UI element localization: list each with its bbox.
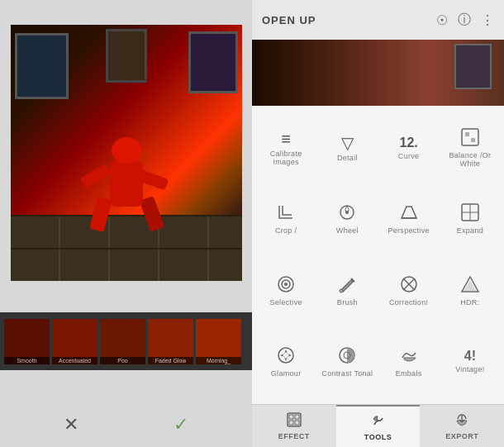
wall-decoration-mid	[106, 29, 147, 83]
tab-effect-label: EFFECT	[278, 432, 310, 440]
tab-effect[interactable]: EFFECT	[252, 405, 336, 447]
hdr-icon	[461, 275, 479, 296]
tools-tab-icon	[371, 413, 386, 431]
wall-decoration	[15, 33, 69, 99]
tool-label: Contrast Tonal	[321, 369, 373, 378]
svg-rect-24	[289, 421, 293, 425]
tool-label: Crop /	[275, 226, 297, 235]
svg-point-12	[340, 289, 343, 292]
action-bar: ✕ ✓	[0, 402, 252, 447]
tool-label: Curve	[398, 152, 420, 160]
tools-grid: ≡ Calibrate Images ▽ Detail 12. Curve Ba…	[252, 106, 504, 404]
svg-rect-0	[462, 129, 478, 145]
vintage-icon: 4!	[464, 350, 476, 363]
tool-label: Correction!	[389, 298, 428, 307]
tab-tools-label: TOOLS	[364, 433, 392, 441]
tool-label: Vintage!	[455, 365, 484, 373]
svg-point-4	[345, 211, 349, 214]
tool-label: HDR:	[460, 298, 479, 307]
more-icon[interactable]: ⋮	[481, 12, 494, 28]
svg-rect-23	[295, 415, 299, 419]
tool-corrections[interactable]: Correction!	[378, 255, 440, 326]
tool-hdr[interactable]: HDR:	[440, 255, 501, 326]
right-preview	[252, 40, 504, 106]
preview-frame	[454, 44, 492, 89]
wifi-icon[interactable]: ☉	[436, 12, 448, 28]
brush-icon	[338, 275, 356, 296]
tab-export-label: EXPORT	[445, 432, 478, 440]
cancel-button[interactable]: ✕	[55, 408, 88, 441]
tool-vintage[interactable]: 4! Vintage!	[440, 326, 501, 397]
tool-contrast-tonal[interactable]: Contrast Tonal	[316, 326, 378, 397]
tool-brush[interactable]: Brush	[316, 255, 378, 326]
arm-left	[79, 164, 110, 188]
image-canvas	[11, 25, 242, 281]
thumbnail-item[interactable]: Faded Glow	[148, 319, 193, 364]
contrast-tonal-icon	[338, 346, 356, 367]
svg-rect-22	[289, 415, 293, 419]
thumbnail-item[interactable]: Accentuated	[52, 319, 97, 364]
leg-right	[139, 196, 164, 232]
wall-decoration-right	[188, 31, 238, 93]
perspective-icon	[400, 203, 418, 224]
torso	[110, 161, 143, 207]
thumbnail-item[interactable]: Morning_	[196, 319, 241, 364]
leg-left	[88, 197, 112, 232]
calibrate-icon: ≡	[281, 131, 291, 147]
embals-icon	[400, 346, 418, 367]
selective-icon	[277, 275, 295, 296]
confirm-button[interactable]: ✓	[164, 408, 197, 441]
thumbnail-item[interactable]: Poo	[100, 319, 145, 364]
spiderman-figure	[93, 132, 159, 231]
info-icon[interactable]: ⓘ	[458, 12, 471, 29]
tool-perspective[interactable]: Perspective	[378, 183, 440, 254]
tool-glamour[interactable]: Glamour	[255, 326, 316, 397]
thumb-label: Morning_	[196, 357, 241, 364]
tool-label: Calibrate Images	[257, 150, 315, 166]
thumb-label: Smooth	[4, 357, 50, 364]
tool-embals[interactable]: Embals	[378, 326, 440, 397]
tool-balance[interactable]: Balance /Or White	[440, 112, 501, 183]
left-panel: Smooth Accentuated Poo Faded Glow Mornin…	[0, 0, 252, 447]
head	[112, 137, 141, 164]
svg-rect-25	[295, 421, 299, 425]
thumbnail-strip: Smooth Accentuated Poo Faded Glow Mornin…	[0, 312, 252, 370]
bottom-tab-bar: EFFECT TOOLS EXPORT	[252, 404, 504, 447]
effect-tab-icon	[287, 412, 302, 430]
tool-selective[interactable]: Selective	[255, 255, 316, 326]
tool-curve[interactable]: 12. Curve	[378, 112, 440, 183]
corrections-icon	[400, 275, 418, 296]
detail-icon: ▽	[341, 135, 354, 151]
thumb-label: Faded Glow	[148, 357, 193, 364]
svg-rect-1	[465, 132, 469, 136]
tab-tools[interactable]: TOOLS	[336, 405, 421, 447]
svg-rect-2	[471, 138, 475, 142]
tool-label: Brush	[337, 298, 358, 307]
balance-icon	[461, 128, 479, 149]
preview-image	[252, 40, 504, 106]
tool-label: Perspective	[388, 226, 429, 235]
expand-icon	[461, 203, 479, 224]
export-tab-icon	[454, 412, 469, 430]
crop-icon	[277, 203, 295, 224]
main-image	[11, 25, 242, 281]
tool-detail[interactable]: ▽ Detail	[316, 112, 378, 183]
tool-calibrate[interactable]: ≡ Calibrate Images	[255, 112, 316, 183]
header-icons: ☉ ⓘ ⋮	[436, 12, 494, 29]
tool-label: Expand	[457, 226, 483, 235]
tool-label: Balance /Or White	[441, 151, 499, 168]
right-header: OPEN UP ☉ ⓘ ⋮	[252, 0, 504, 40]
tab-export[interactable]: EXPORT	[420, 405, 504, 447]
right-panel: OPEN UP ☉ ⓘ ⋮ ≡ Calibrate Images ▽ Detai…	[252, 0, 504, 447]
thumb-label: Poo	[100, 357, 145, 364]
svg-point-11	[284, 283, 288, 286]
tool-wheel[interactable]: Wheel	[316, 183, 378, 254]
tool-label: Wheel	[336, 226, 359, 235]
tool-label: Glamour	[271, 369, 302, 378]
wheel-icon	[338, 203, 356, 224]
tool-label: Detail	[337, 154, 358, 162]
curve-icon: 12.	[400, 136, 418, 150]
tool-crop[interactable]: Crop /	[255, 183, 316, 254]
thumbnail-item[interactable]: Smooth	[4, 319, 50, 364]
tool-expand[interactable]: Expand	[440, 183, 501, 254]
